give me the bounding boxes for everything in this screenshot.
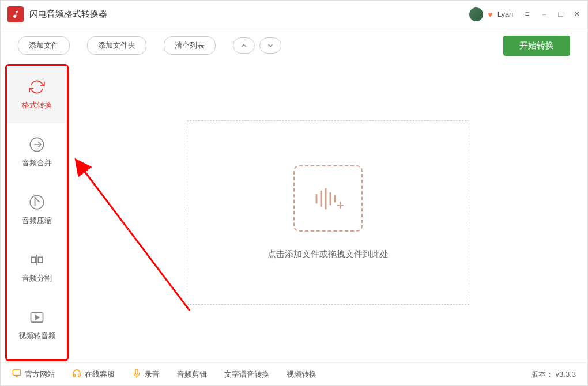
sidebar-item-label: 音频压缩	[22, 215, 52, 226]
app-title: 闪电音频格式转换器	[29, 9, 469, 20]
version-label: 版本： v3.3.3	[531, 369, 576, 380]
footer-label: 在线客服	[85, 369, 115, 380]
avatar	[469, 7, 483, 21]
sidebar-item-label: 格式转换	[22, 100, 52, 111]
annotation-arrow	[74, 149, 201, 322]
sidebar-item-audio-merge[interactable]: 音频合并	[7, 123, 67, 181]
footer: 官方网站 在线客服 录音 音频剪辑 文字语音转换 视频转换 版本： v3.3.3	[1, 362, 587, 385]
footer-record[interactable]: 录音	[132, 369, 160, 380]
footer-label: 官方网站	[25, 369, 55, 380]
sidebar-item-audio-compress[interactable]: 音频压缩	[7, 181, 67, 239]
menu-button[interactable]: ≡	[525, 9, 529, 20]
reorder-controls	[233, 37, 281, 54]
maximize-button[interactable]: □	[559, 9, 563, 20]
app-logo-icon	[7, 6, 24, 22]
sidebar-item-label: 音频分割	[22, 273, 52, 283]
footer-label: 录音	[145, 369, 160, 380]
user-area[interactable]: ♥ Lyan	[469, 7, 513, 21]
dropzone[interactable]: 点击添加文件或拖拽文件到此处	[187, 120, 469, 305]
sidebar: 格式转换 音频合并 音频压缩 音频分割 视频转音频	[5, 64, 69, 361]
close-button[interactable]: ✕	[574, 9, 581, 20]
audio-add-icon	[311, 184, 345, 213]
add-folder-button[interactable]: 添加文件夹	[87, 36, 146, 55]
footer-label: 视频转换	[287, 369, 316, 380]
svg-point-1	[30, 195, 43, 209]
content-area: 点击添加文件或拖拽文件到此处	[69, 63, 587, 362]
move-up-button[interactable]	[233, 37, 255, 54]
username: Lyan	[497, 10, 514, 18]
monitor-icon	[12, 369, 21, 380]
vip-icon: ♥	[488, 10, 492, 19]
mic-icon	[132, 369, 141, 380]
sidebar-item-format-convert[interactable]: 格式转换	[7, 66, 67, 123]
dropzone-text: 点击添加文件或拖拽文件到此处	[267, 249, 389, 260]
toolbar: 添加文件 添加文件夹 清空列表 开始转换	[1, 28, 587, 63]
video-icon	[28, 309, 46, 326]
footer-official-site[interactable]: 官方网站	[12, 369, 55, 380]
footer-label: 文字语音转换	[224, 369, 269, 380]
svg-rect-14	[13, 370, 20, 375]
move-down-button[interactable]	[259, 37, 281, 54]
main-area: 格式转换 音频合并 音频压缩 音频分割 视频转音频	[1, 63, 587, 362]
sidebar-item-label: 视频转音频	[18, 331, 56, 341]
footer-label: 音频剪辑	[177, 369, 207, 380]
add-file-button[interactable]: 添加文件	[18, 36, 70, 55]
footer-video-convert[interactable]: 视频转换	[287, 369, 316, 380]
merge-icon	[28, 136, 46, 153]
start-convert-button[interactable]: 开始转换	[503, 36, 570, 56]
minimize-button[interactable]: －	[540, 9, 548, 20]
sidebar-item-video-to-audio[interactable]: 视频转音频	[7, 296, 67, 354]
refresh-icon	[28, 78, 46, 96]
footer-text-to-speech[interactable]: 文字语音转换	[224, 369, 269, 380]
window-controls: ≡ － □ ✕	[525, 9, 581, 20]
compress-icon	[28, 194, 46, 211]
sidebar-item-audio-split[interactable]: 音频分割	[7, 239, 67, 296]
svg-rect-3	[38, 257, 42, 262]
svg-rect-2	[32, 257, 36, 262]
clear-list-button[interactable]: 清空列表	[164, 36, 216, 55]
dropzone-icon-box	[293, 165, 363, 232]
sidebar-item-label: 音频合并	[22, 158, 52, 168]
titlebar: 闪电音频格式转换器 ♥ Lyan ≡ － □ ✕	[1, 1, 587, 28]
footer-online-service[interactable]: 在线客服	[72, 369, 115, 380]
svg-line-6	[83, 169, 190, 311]
footer-audio-edit[interactable]: 音频剪辑	[177, 369, 207, 380]
headset-icon	[72, 369, 81, 380]
split-icon	[28, 251, 46, 268]
